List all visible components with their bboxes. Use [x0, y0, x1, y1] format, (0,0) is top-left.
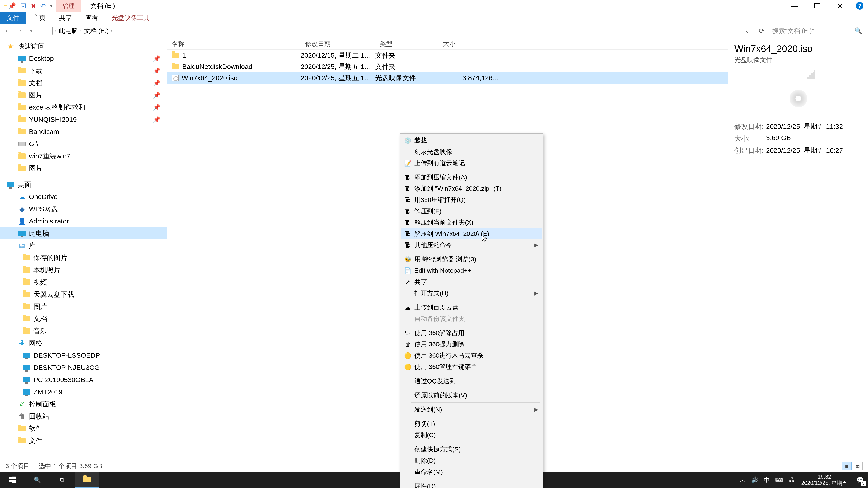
tree-desktop[interactable]: 桌面 — [0, 178, 167, 191]
tree-quick-access[interactable]: ★快速访问 — [0, 40, 167, 53]
tray-network-icon[interactable]: 🖧 — [789, 477, 795, 484]
taskbar-clock[interactable]: 16:32 2020/12/25, 星期五 — [797, 474, 852, 486]
tree-item[interactable]: DESKTOP-LSSOEDP — [0, 349, 167, 361]
tree-item[interactable]: 文档 — [0, 313, 167, 325]
menu-item[interactable]: 📝上传到有道云笔记 — [401, 158, 542, 169]
breadcrumb-current[interactable]: 文档 (E:) — [84, 27, 109, 35]
ribbon-tab-disctool[interactable]: 光盘映像工具 — [105, 12, 156, 24]
col-name[interactable]: 名称 — [167, 39, 301, 48]
chevron-right-icon[interactable]: › — [80, 28, 82, 34]
qat-properties-icon[interactable]: ☑ — [21, 2, 26, 10]
minimize-button[interactable]: — — [783, 0, 806, 12]
nav-back-button[interactable]: ← — [3, 27, 12, 35]
menu-item[interactable]: 剪切(T) — [401, 418, 542, 429]
nav-recent-dropdown[interactable]: ▾ — [27, 28, 36, 34]
tree-item[interactable]: DESKTOP-NJEU3CG — [0, 361, 167, 374]
chevron-right-icon[interactable]: › — [111, 28, 113, 34]
search-box[interactable]: 搜索"文档 (E:)" 🔍 — [770, 26, 865, 36]
tree-item[interactable]: 图片📌 — [0, 89, 167, 101]
tree-item[interactable]: 文档📌 — [0, 77, 167, 89]
menu-item[interactable]: 复制(C) — [401, 429, 542, 441]
tree-item[interactable]: PC-20190530OBLA — [0, 374, 167, 386]
menu-item[interactable]: 通过QQ发送到 — [401, 376, 542, 387]
refresh-button[interactable]: ⟳ — [756, 27, 767, 35]
menu-item[interactable]: 🗜解压到(F)... — [401, 205, 542, 217]
col-type[interactable]: 类型 — [375, 39, 438, 48]
qat-dropdown-icon[interactable]: ▾ — [50, 3, 53, 8]
file-row[interactable]: 1 2020/12/15, 星期二 1... 文件夹 — [167, 50, 728, 61]
qat-pin-icon[interactable]: 📌 — [8, 2, 16, 10]
navigation-tree[interactable]: ★快速访问Desktop📌下载📌文档📌图片📌excel表格制作求和📌YUNQIS… — [0, 38, 167, 460]
menu-item[interactable]: 删除(D) — [401, 455, 542, 466]
taskbar-taskview[interactable]: ⧉ — [50, 472, 74, 488]
taskbar-search[interactable]: 🔍 — [25, 472, 50, 488]
ribbon-tab-view[interactable]: 查看 — [79, 12, 105, 24]
file-row[interactable]: BaiduNetdiskDownload 2020/12/25, 星期五 1..… — [167, 61, 728, 72]
menu-item[interactable]: 🗜解压到 Win7x64_2020\ (E) — [401, 228, 542, 239]
tree-item[interactable]: 此电脑 — [0, 227, 167, 239]
tree-item[interactable]: ⛭控制面板 — [0, 398, 167, 410]
breadcrumb-this-pc[interactable]: 此电脑 — [59, 27, 78, 35]
tree-item[interactable]: excel表格制作求和📌 — [0, 101, 167, 113]
ribbon-tab-home[interactable]: 主页 — [26, 12, 53, 24]
tree-item[interactable]: ☁OneDrive — [0, 191, 167, 203]
tray-ime-icon[interactable]: 中 — [764, 476, 770, 484]
breadcrumb-bar[interactable]: › 此电脑 › 文档 (E:) › ⌄ — [50, 26, 753, 36]
menu-item[interactable]: 🟡使用 360管理右键菜单 — [401, 361, 542, 372]
menu-item[interactable]: 🗜添加到压缩文件(A)... — [401, 172, 542, 183]
menu-item[interactable]: 🟡使用 360进行木马云查杀 — [401, 350, 542, 361]
menu-item[interactable]: 发送到(N)▶ — [401, 404, 542, 415]
menu-item[interactable]: 刻录光盘映像 — [401, 146, 542, 158]
menu-item[interactable]: 💿装载 — [401, 135, 542, 146]
menu-item[interactable]: 🗑使用 360强力删除 — [401, 339, 542, 350]
menu-item[interactable]: 🗜用360压缩打开(Q) — [401, 194, 542, 205]
tree-item[interactable]: 🖧网络 — [0, 337, 167, 349]
tree-item[interactable]: ◆WPS网盘 — [0, 203, 167, 215]
help-button[interactable]: ? — [856, 2, 864, 10]
menu-item[interactable]: 属性(R) — [401, 481, 542, 488]
tray-volume-icon[interactable]: 🔊 — [751, 477, 758, 484]
tray-keyboard-icon[interactable]: ⌨ — [775, 477, 784, 484]
search-icon[interactable]: 🔍 — [855, 27, 862, 35]
close-button[interactable]: ✕ — [829, 0, 851, 12]
tree-item[interactable]: 图片 — [0, 300, 167, 313]
view-details-button[interactable]: ≣ — [842, 462, 852, 470]
menu-item[interactable]: 🗜解压到当前文件夹(X) — [401, 217, 542, 228]
tray-overflow-icon[interactable]: ︿ — [740, 476, 746, 484]
tree-item[interactable]: win7重装win7 — [0, 150, 167, 162]
breadcrumb-dropdown[interactable]: ⌄ — [743, 28, 751, 34]
nav-forward-button[interactable]: → — [15, 27, 24, 35]
tree-item[interactable]: 文件 — [0, 435, 167, 447]
menu-item[interactable]: 创建快捷方式(S) — [401, 444, 542, 455]
tree-item[interactable]: Bandicam — [0, 126, 167, 138]
menu-item[interactable]: 🗜添加到 "Win7x64_2020.zip" (T) — [401, 183, 542, 194]
tree-item[interactable]: 图片 — [0, 162, 167, 174]
tree-item[interactable]: 本机照片 — [0, 264, 167, 276]
menu-item[interactable]: 重命名(M) — [401, 466, 542, 478]
menu-item[interactable]: ☁上传到百度云盘 — [401, 302, 542, 313]
menu-item[interactable]: 🐝用 蜂蜜浏览器 浏览(3) — [401, 254, 542, 265]
tree-item[interactable]: Desktop📌 — [0, 53, 167, 65]
tree-item[interactable]: G:\ — [0, 138, 167, 150]
menu-item[interactable]: ↗共享 — [401, 276, 542, 288]
tree-item[interactable]: 音乐 — [0, 325, 167, 337]
taskbar-explorer[interactable] — [74, 472, 99, 488]
tree-item[interactable]: 软件 — [0, 422, 167, 435]
tree-item[interactable]: 🗑回收站 — [0, 410, 167, 422]
tree-item[interactable]: YUNQISHI2019📌 — [0, 113, 167, 126]
tree-item[interactable]: 保存的图片 — [0, 252, 167, 264]
tree-item[interactable]: ZMT2019 — [0, 386, 167, 398]
view-icons-button[interactable]: ▦ — [852, 462, 863, 470]
notification-center[interactable]: 💬3 — [852, 472, 868, 488]
menu-item[interactable]: 🛡使用 360解除占用 — [401, 327, 542, 339]
col-size[interactable]: 大小 — [438, 39, 506, 48]
qat-delete-icon[interactable]: ✖ — [31, 2, 36, 10]
menu-item[interactable]: 🗜其他压缩命令▶ — [401, 239, 542, 251]
menu-item[interactable]: 📄Edit with Notepad++ — [401, 265, 542, 276]
nav-up-button[interactable]: ↑ — [38, 27, 48, 35]
tree-item[interactable]: 视频 — [0, 276, 167, 288]
tree-item[interactable]: 天翼云盘下载 — [0, 288, 167, 300]
start-button[interactable] — [0, 472, 25, 488]
menu-item[interactable]: 还原以前的版本(V) — [401, 390, 542, 401]
qat-undo-icon[interactable]: ↶ — [40, 2, 46, 10]
